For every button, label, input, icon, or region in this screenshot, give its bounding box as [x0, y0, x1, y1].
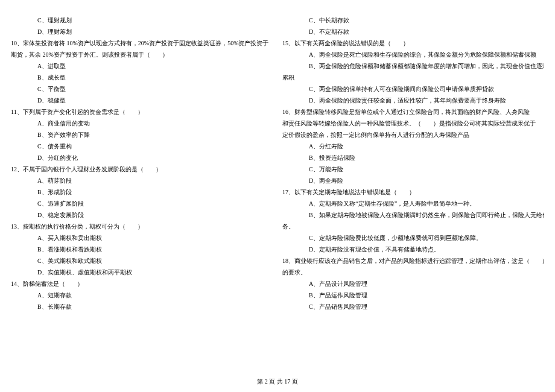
q15-stem: 15、以下有关两全保险的说法错误的是（ ）: [282, 37, 544, 49]
q11-opt-a: A、商业信用的变动: [11, 118, 273, 129]
q16-stem-c2: 和责任风险等转嫁给保险人的一种风险管理技术。（ ）是指保险公司将其实际经营成果优…: [282, 118, 544, 129]
q12-opt-a: A、萌芽阶段: [11, 175, 273, 186]
q15-opt-b-cont: 累积: [282, 72, 544, 83]
q18-opt-a: A、产品设计风险管理: [282, 278, 544, 289]
q13-opt-b: B、看涨期权和看跌期权: [11, 244, 273, 255]
q17-opt-a: A、定期寿险又称“定期生存保险”，是人寿险中最简单地一种。: [282, 198, 544, 209]
q10-opt-b: B、成长型: [11, 72, 273, 83]
q14-opt-a: A、短期存款: [11, 289, 273, 301]
page-footer: 第 2 页 共 17 页: [0, 376, 555, 387]
right-column: C、中长期存款 D、不定期存款 15、以下有关两全保险的说法错误的是（ ） A、…: [282, 14, 544, 370]
q14-opt-b: B、长期存款: [11, 301, 273, 312]
q17-opt-b: B、如果定期寿险地被保险人在保险期满时仍然生存，则保险合同即行终止，保险人无给付…: [282, 209, 544, 221]
q16-opt-a: A、分红寿险: [282, 141, 544, 152]
q10-opt-c: C、平衡型: [11, 83, 273, 95]
page-body: C、理财规划 D、理财筹划 10、宋体某投资者将 10%资产以现金方式持有，20…: [11, 14, 544, 370]
q9-opt-d: D、理财筹划: [11, 26, 273, 37]
q17-stem: 17、以下有关定期寿险地说法中错误地是（ ）: [282, 186, 544, 198]
q13-opt-a: A、买入期权和卖出期权: [11, 232, 273, 244]
q14-stem: 14、阶梯储蓄法是（ ）: [11, 278, 273, 289]
q11-stem: 11、下列属于资产变化引起的资金需求是（ ）: [11, 106, 273, 118]
q10-stem-cont: 期货，其余 20%资产投资于外汇。则该投资者属于（ ）: [11, 49, 273, 60]
q10-opt-a: A、进取型: [11, 60, 273, 72]
q16-opt-c: C、万能寿险: [282, 163, 544, 175]
q16-stem-c3: 定价假设的盈余，按照一定比例向保单持有人进行分配的人寿保险产品: [282, 129, 544, 141]
q13-stem: 13、按期权的执行价格分类，期权可分为（ ）: [11, 221, 273, 232]
q15-opt-a: A、两全保险是死亡保险和生存保险的综合，其保险金额分为危险保障保额和储蓄保额: [282, 49, 544, 60]
q14-opt-c: C、中长期存款: [282, 14, 544, 26]
q16-opt-d: D、两全寿险: [282, 175, 544, 186]
q9-opt-c: C、理财规划: [11, 14, 273, 26]
q15-opt-d: D、两全保险的保险责任较全面，适应性较广，其年均保费要高于终身寿险: [282, 95, 544, 106]
q10-opt-d: D、稳健型: [11, 95, 273, 106]
left-column: C、理财规划 D、理财筹划 10、宋体某投资者将 10%资产以现金方式持有，20…: [11, 14, 273, 370]
q18-stem: 18、商业银行应该在产品销售之后，对产品的风险指标进行追踪管理，定期作出评估，这…: [282, 255, 544, 267]
q10-stem: 10、宋体某投资者将 10%资产以现金方式持有，20%资产投资于固定收益类证券，…: [11, 37, 273, 49]
q16-stem: 16、财务型保险转移风险是指单位或个人通过订立保险合同，将其面临的财产风险、人身…: [282, 106, 544, 118]
q13-opt-d: D、实值期权、虚值期权和两平期权: [11, 267, 273, 278]
q18-stem-c2: 的要求。: [282, 267, 544, 278]
q17-opt-d: D、定期寿险没有现金价值，不具有储蓄地特点。: [282, 244, 544, 255]
q16-opt-b: B、投资连结保险: [282, 152, 544, 163]
q12-stem: 12、不属于国内银行个人理财业务发展阶段的是（ ）: [11, 163, 273, 175]
q18-opt-c: C、产品销售风险管理: [282, 301, 544, 312]
q12-opt-b: B、形成阶段: [11, 186, 273, 198]
q15-opt-c: C、两全保险的保单持有人可在保险期间向保险公司申请保单质押贷款: [282, 83, 544, 95]
q14-opt-d: D、不定期存款: [282, 26, 544, 37]
q15-opt-b: B、两全保险的危险保额和储蓄保额都随保险年度的增加而增加，因此，其现金价值也逐渐: [282, 60, 544, 72]
q18-opt-b: B、产品运作风险管理: [282, 289, 544, 301]
q11-opt-c: C、债务重构: [11, 141, 273, 152]
q11-opt-d: D、分红的变化: [11, 152, 273, 163]
q11-opt-b: B、资产效率的下降: [11, 129, 273, 141]
q12-opt-d: D、稳定发展阶段: [11, 209, 273, 221]
q13-opt-c: C、美式期权和欧式期权: [11, 255, 273, 267]
q12-opt-c: C、迅速扩展阶段: [11, 198, 273, 209]
q17-opt-b-cont: 务。: [282, 221, 544, 232]
q17-opt-c: C、定期寿险保险费比较低廉，少额地保费就可得到巨额地保障。: [282, 232, 544, 244]
